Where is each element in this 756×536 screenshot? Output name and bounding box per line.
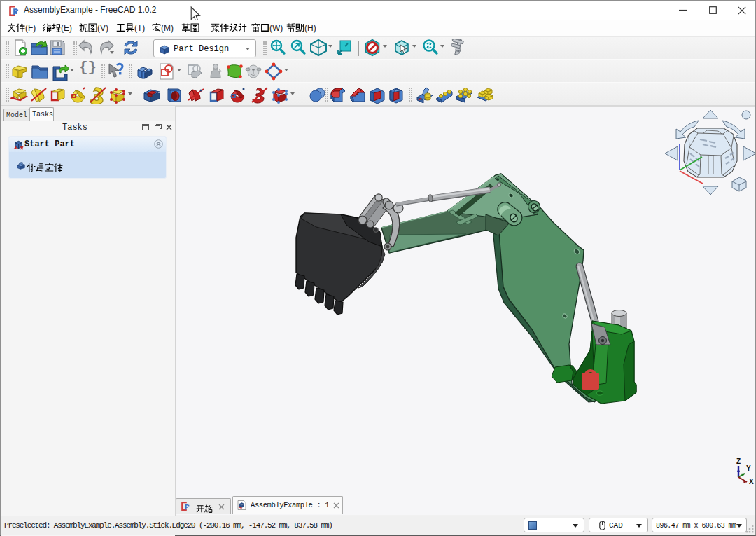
svg-text:Z: Z bbox=[736, 458, 741, 465]
svg-text:X: X bbox=[749, 478, 754, 486]
svg-text:Y: Y bbox=[746, 465, 751, 472]
